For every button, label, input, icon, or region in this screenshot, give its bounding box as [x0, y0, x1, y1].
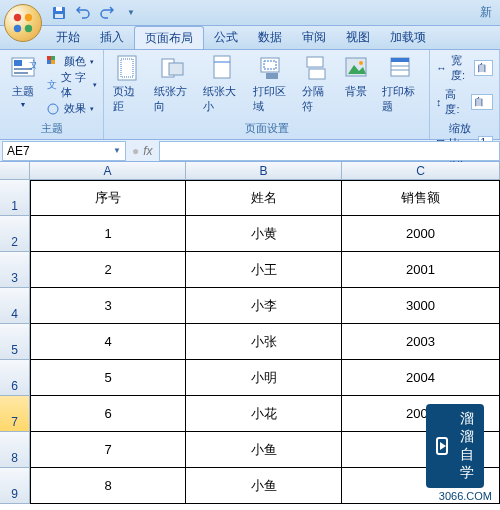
- col-header-c[interactable]: C: [342, 162, 500, 180]
- colors-icon: [46, 55, 60, 69]
- name-box[interactable]: AE7 ▼: [2, 141, 126, 161]
- row-header-7[interactable]: 7: [0, 396, 30, 432]
- tab-formulas[interactable]: 公式: [204, 26, 248, 49]
- undo-icon: [76, 6, 90, 20]
- svg-point-1: [25, 14, 32, 21]
- cell-a6[interactable]: 5: [30, 360, 186, 396]
- col-header-b[interactable]: B: [186, 162, 342, 180]
- cell-a9[interactable]: 8: [30, 468, 186, 504]
- cell-c3[interactable]: 2001: [342, 252, 500, 288]
- name-box-dropdown-icon[interactable]: ▼: [113, 146, 121, 155]
- print-area-label: 打印区域: [253, 84, 291, 114]
- background-button[interactable]: 背景: [337, 52, 375, 101]
- col-header-a[interactable]: A: [30, 162, 186, 180]
- tab-addins[interactable]: 加载项: [380, 26, 436, 49]
- svg-point-2: [14, 25, 21, 32]
- colors-button[interactable]: 颜色▾: [46, 54, 97, 69]
- ribbon: 文 主题 ▼ 颜色▾ 文文 字体▾ 效果▾ 主题 页边距 纸张方向 纸张大小 打…: [0, 50, 500, 140]
- row-header-1[interactable]: 1: [0, 180, 30, 216]
- cell-b6[interactable]: 小明: [186, 360, 342, 396]
- tab-review[interactable]: 审阅: [292, 26, 336, 49]
- print-titles-button[interactable]: 打印标题: [377, 52, 425, 116]
- tab-home[interactable]: 开始: [46, 26, 90, 49]
- svg-point-0: [14, 14, 21, 21]
- formula-bar: AE7 ▼ ● fx: [0, 140, 500, 162]
- svg-point-16: [48, 104, 58, 114]
- cell-b4[interactable]: 小李: [186, 288, 342, 324]
- svg-text:文: 文: [29, 59, 36, 70]
- cell-b2[interactable]: 小黄: [186, 216, 342, 252]
- row-header-6[interactable]: 6: [0, 360, 30, 396]
- cell-b1[interactable]: 姓名: [186, 180, 342, 216]
- tab-page-layout[interactable]: 页面布局: [134, 26, 204, 49]
- undo-button[interactable]: [74, 4, 92, 22]
- orientation-icon: [158, 54, 186, 82]
- chevron-down-icon: ▼: [20, 101, 27, 108]
- cell-c1[interactable]: 销售额: [342, 180, 500, 216]
- save-icon: [52, 6, 66, 20]
- print-area-button[interactable]: 打印区域: [248, 52, 296, 116]
- row-header-4[interactable]: 4: [0, 288, 30, 324]
- margins-label: 页边距: [113, 84, 141, 114]
- colors-label: 颜色: [64, 54, 86, 69]
- table-row: 65小明2004: [0, 360, 500, 396]
- select-all-corner[interactable]: [0, 162, 30, 180]
- tab-view[interactable]: 视图: [336, 26, 380, 49]
- watermark: 溜溜自学 3066.COM: [439, 488, 492, 502]
- office-button[interactable]: [4, 4, 42, 42]
- redo-button[interactable]: [98, 4, 116, 22]
- cell-c2[interactable]: 2000: [342, 216, 500, 252]
- cell-a8[interactable]: 7: [30, 432, 186, 468]
- cell-b5[interactable]: 小张: [186, 324, 342, 360]
- tab-data[interactable]: 数据: [248, 26, 292, 49]
- height-input[interactable]: 自: [471, 94, 493, 110]
- row-header-9[interactable]: 9: [0, 468, 30, 504]
- save-button[interactable]: [50, 4, 68, 22]
- margins-button[interactable]: 页边距: [108, 52, 146, 116]
- svg-rect-26: [307, 57, 323, 67]
- width-label: 宽度:: [451, 53, 470, 83]
- svg-rect-5: [56, 7, 62, 11]
- cell-a7[interactable]: 6: [30, 396, 186, 432]
- cell-a4[interactable]: 3: [30, 288, 186, 324]
- themes-label: 主题: [12, 84, 34, 99]
- size-icon: [208, 54, 236, 82]
- orientation-label: 纸张方向: [154, 84, 192, 114]
- row-header-2[interactable]: 2: [0, 216, 30, 252]
- cell-b3[interactable]: 小王: [186, 252, 342, 288]
- cell-a3[interactable]: 2: [30, 252, 186, 288]
- fx-circle-icon[interactable]: ●: [132, 144, 139, 158]
- cell-a1[interactable]: 序号: [30, 180, 186, 216]
- width-input[interactable]: 自: [474, 60, 493, 76]
- qat-dropdown[interactable]: ▼: [122, 4, 140, 22]
- row-header-5[interactable]: 5: [0, 324, 30, 360]
- svg-point-3: [25, 25, 32, 32]
- cell-c4[interactable]: 3000: [342, 288, 500, 324]
- themes-button[interactable]: 文 主题 ▼: [4, 52, 42, 110]
- group-page-setup-label: 页面设置: [108, 120, 425, 137]
- breaks-button[interactable]: 分隔符: [297, 52, 335, 116]
- cell-c5[interactable]: 2003: [342, 324, 500, 360]
- cell-a2[interactable]: 1: [30, 216, 186, 252]
- size-button[interactable]: 纸张大小: [198, 52, 246, 116]
- row-header-3[interactable]: 3: [0, 252, 30, 288]
- effects-button[interactable]: 效果▾: [46, 101, 97, 116]
- print-titles-icon: [387, 54, 415, 82]
- height-row: ↕ 高度: 自: [434, 86, 495, 118]
- fonts-button[interactable]: 文文 字体▾: [46, 70, 97, 100]
- height-label: 高度:: [445, 87, 467, 117]
- background-icon: [342, 54, 370, 82]
- table-row: 21小黄2000: [0, 216, 500, 252]
- orientation-button[interactable]: 纸张方向: [149, 52, 197, 116]
- row-header-8[interactable]: 8: [0, 432, 30, 468]
- tab-insert[interactable]: 插入: [90, 26, 134, 49]
- cell-b9[interactable]: 小鱼: [186, 468, 342, 504]
- cell-b7[interactable]: 小花: [186, 396, 342, 432]
- cell-b8[interactable]: 小鱼: [186, 432, 342, 468]
- fx-label[interactable]: fx: [143, 144, 152, 158]
- table-row: 98小鱼: [0, 468, 500, 504]
- formula-input[interactable]: [159, 141, 500, 161]
- cell-c6[interactable]: 2004: [342, 360, 500, 396]
- cell-a5[interactable]: 4: [30, 324, 186, 360]
- row-1: 1 序号 姓名 销售额: [0, 180, 500, 216]
